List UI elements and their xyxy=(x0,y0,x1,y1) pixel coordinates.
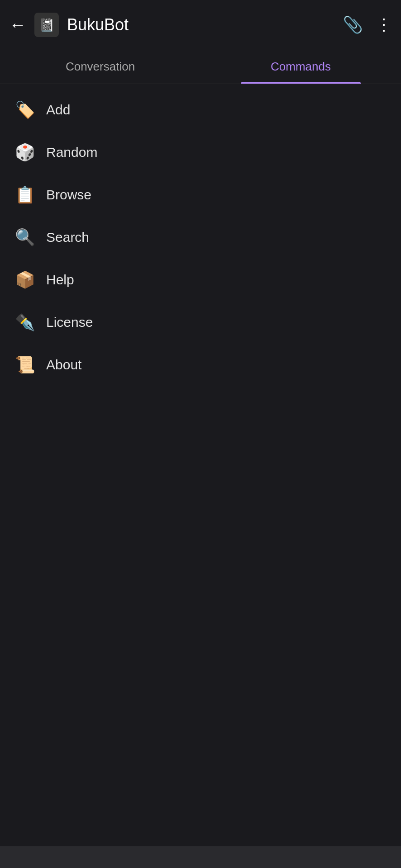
tab-commands[interactable]: Commands xyxy=(200,50,401,84)
license-label: License xyxy=(46,315,93,330)
browse-icon: 📋 xyxy=(14,185,35,204)
app-icon: 📓 xyxy=(34,13,59,37)
command-item-random[interactable]: 🎲Random xyxy=(0,131,401,174)
command-item-about[interactable]: 📜About xyxy=(0,344,401,386)
add-label: Add xyxy=(46,102,70,118)
command-item-add[interactable]: 🏷️Add xyxy=(0,89,401,131)
about-icon: 📜 xyxy=(14,355,35,374)
app-bar-right: 📎 ⋮ xyxy=(343,15,392,34)
help-icon: 📦 xyxy=(14,270,35,289)
app-icon-emoji: 📓 xyxy=(39,18,55,33)
more-options-icon[interactable]: ⋮ xyxy=(376,15,392,34)
attach-icon[interactable]: 📎 xyxy=(343,15,363,34)
bottom-bar xyxy=(0,846,401,868)
search-label: Search xyxy=(46,230,89,245)
help-label: Help xyxy=(46,272,74,288)
tab-conversation[interactable]: Conversation xyxy=(0,50,200,84)
app-title: BukuBot xyxy=(67,15,129,34)
license-icon: ✒️ xyxy=(14,313,35,332)
command-item-browse[interactable]: 📋Browse xyxy=(0,174,401,216)
random-label: Random xyxy=(46,145,97,160)
add-icon: 🏷️ xyxy=(14,100,35,119)
app-bar: ← 📓 BukuBot 📎 ⋮ xyxy=(0,0,401,50)
about-label: About xyxy=(46,357,81,373)
tabs-container: Conversation Commands xyxy=(0,50,401,84)
search-icon: 🔍 xyxy=(14,228,35,247)
command-item-license[interactable]: ✒️License xyxy=(0,301,401,344)
browse-label: Browse xyxy=(46,187,91,203)
command-item-search[interactable]: 🔍Search xyxy=(0,216,401,259)
commands-list: 🏷️Add🎲Random📋Browse🔍Search📦Help✒️License… xyxy=(0,84,401,391)
app-bar-left: ← 📓 BukuBot xyxy=(9,13,343,37)
back-button[interactable]: ← xyxy=(9,16,26,33)
random-icon: 🎲 xyxy=(14,143,35,162)
command-item-help[interactable]: 📦Help xyxy=(0,259,401,301)
